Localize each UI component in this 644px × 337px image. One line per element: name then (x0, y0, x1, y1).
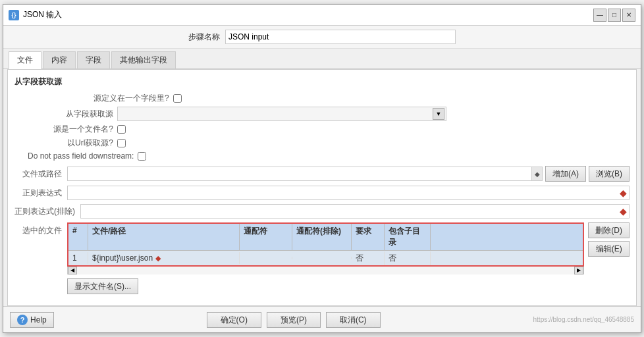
browse-button[interactable]: 浏览(B) (589, 166, 630, 182)
selected-files-content: # 文件/路径 通配符 通配符(排除) 要求 包含子目录 1 ${input}\… (67, 222, 584, 294)
regex-exclude-input-wrap: ◆ (80, 204, 630, 219)
tab-fields[interactable]: 字段 (77, 51, 110, 68)
add-button[interactable]: 增加(A) (545, 166, 586, 182)
no-pass-downstream-row: Do not pass field downstream: (28, 151, 630, 161)
preview-button[interactable]: 预览(P) (267, 312, 321, 328)
regex-exclude-input[interactable] (81, 205, 618, 217)
bottom-left: ? Help (10, 312, 54, 328)
header-wildcard: 通配符 (240, 224, 292, 250)
cell-req-1: 否 (352, 251, 385, 265)
scrollbar-left-btn[interactable]: ◀ (68, 267, 77, 274)
use-url-checkbox[interactable] (117, 139, 126, 147)
help-button[interactable]: ? Help (10, 312, 54, 328)
watermark: https://blog.csdn.net/qq_46548885 (533, 316, 634, 323)
no-pass-downstream-label: Do not pass field downstream: (28, 151, 134, 161)
file-diamond-icon: ◆ (155, 254, 161, 263)
step-name-label: 步骤名称 (188, 32, 220, 43)
file-path-input[interactable] (68, 168, 531, 180)
source-in-field-label: 源定义在一个字段里? (94, 93, 169, 104)
regex-exclude-row: 正则表达式(排除) ◆ (14, 204, 630, 219)
cell-wildcard-1 (240, 257, 292, 259)
maximize-button[interactable]: □ (608, 9, 621, 22)
is-filename-row: 源是一个文件名? (28, 124, 630, 135)
regex-exclude-diamond-icon: ◆ (618, 206, 629, 217)
regex-input[interactable] (68, 187, 618, 199)
tab-other[interactable]: 其他输出字段 (111, 51, 176, 68)
regex-label: 正则表达式 (14, 188, 67, 199)
help-icon: ? (17, 315, 28, 325)
header-file: 文件/路径 (88, 224, 240, 250)
title-bar-left: {} JSON 输入 (9, 9, 62, 20)
is-filename-checkbox[interactable] (117, 125, 126, 134)
selected-files-label: 选中的文件 (14, 222, 67, 236)
header-req: 要求 (352, 224, 385, 250)
right-buttons: 删除(D) 编辑(E) (588, 222, 630, 257)
file-path-row: 文件或路径 ◆ 增加(A) 浏览(B) (14, 166, 630, 182)
confirm-button[interactable]: 确定(O) (207, 312, 261, 328)
cell-subdir-1: 否 (385, 251, 431, 265)
scrollbar-track[interactable] (77, 267, 574, 274)
scrollbar-right-btn[interactable]: ▶ (574, 267, 583, 274)
regex-exclude-label: 正则表达式(排除) (14, 206, 80, 217)
cell-file-path-1: ${input}\user.json (92, 253, 153, 263)
window-title: JSON 输入 (23, 9, 62, 20)
source-in-field-row: 源定义在一个字段里? (94, 93, 630, 104)
step-name-input[interactable] (225, 30, 456, 44)
bottom-center: 确定(O) 预览(P) 取消(C) (207, 312, 381, 328)
is-filename-label: 源是一个文件名? (28, 124, 113, 135)
get-from-field-combo[interactable]: ▼ (117, 107, 446, 121)
close-button[interactable]: ✕ (622, 9, 635, 22)
regex-input-wrap: ◆ (67, 186, 630, 200)
source-in-field-checkbox[interactable] (173, 94, 182, 103)
content-area: 从字段获取源 源定义在一个字段里? 从字段获取源 ▼ 源是一个文件名? 以Url… (7, 69, 637, 306)
edit-button[interactable]: 编辑(E) (588, 241, 630, 257)
header-num: # (68, 224, 88, 250)
table-scrollbar[interactable]: ◀ ▶ (67, 267, 584, 274)
no-pass-downstream-checkbox[interactable] (138, 152, 146, 161)
section-title: 从字段获取源 (14, 76, 630, 88)
files-table: # 文件/路径 通配符 通配符(排除) 要求 包含子目录 1 ${input}\… (67, 222, 584, 267)
step-name-row: 步骤名称 (3, 26, 641, 49)
tab-file[interactable]: 文件 (9, 51, 41, 69)
file-path-input-wrap: ◆ (67, 167, 543, 181)
show-filename-button[interactable]: 显示文件名(S)... (67, 278, 138, 294)
help-label: Help (30, 315, 47, 324)
header-subdir: 包含子目录 (385, 224, 431, 250)
tabs-row: 文件 内容 字段 其他输出字段 (3, 49, 641, 69)
title-controls: — □ ✕ (593, 9, 635, 22)
combo-arrow-icon[interactable]: ▼ (433, 108, 444, 120)
cell-file-1: ${input}\user.json ◆ (88, 252, 240, 264)
cancel-button[interactable]: 取消(C) (326, 312, 381, 328)
delete-button[interactable]: 删除(D) (588, 222, 630, 238)
use-url-row: 以Url获取源? (28, 138, 630, 149)
cell-num-1: 1 (68, 252, 88, 264)
get-from-field-row: 从字段获取源 ▼ (28, 107, 630, 121)
cell-wildcard-ex-1 (292, 257, 352, 259)
table-row[interactable]: 1 ${input}\user.json ◆ 否 否 (68, 251, 583, 265)
get-from-field-label: 从字段获取源 (28, 109, 113, 120)
file-path-label: 文件或路径 (14, 168, 67, 180)
tab-content[interactable]: 内容 (43, 51, 76, 68)
minimize-button[interactable]: — (593, 9, 606, 22)
header-wildcard-ex: 通配符(排除) (292, 224, 352, 250)
selected-files-section: 选中的文件 # 文件/路径 通配符 通配符(排除) 要求 包含子目录 1 ${i (14, 222, 630, 294)
table-header: # 文件/路径 通配符 通配符(排除) 要求 包含子目录 (68, 224, 583, 251)
title-bar: {} JSON 输入 — □ ✕ (3, 5, 641, 26)
bottom-bar: ? Help 确定(O) 预览(P) 取消(C) https://blog.cs… (3, 306, 641, 332)
main-window: {} JSON 输入 — □ ✕ 步骤名称 文件 内容 字段 其他输出字段 从字… (3, 4, 641, 333)
regex-row: 正则表达式 ◆ (14, 186, 630, 200)
use-url-label: 以Url获取源? (28, 138, 113, 149)
app-icon: {} (9, 10, 19, 20)
regex-diamond-icon: ◆ (618, 188, 629, 198)
file-path-arrow-icon[interactable]: ◆ (531, 167, 542, 180)
